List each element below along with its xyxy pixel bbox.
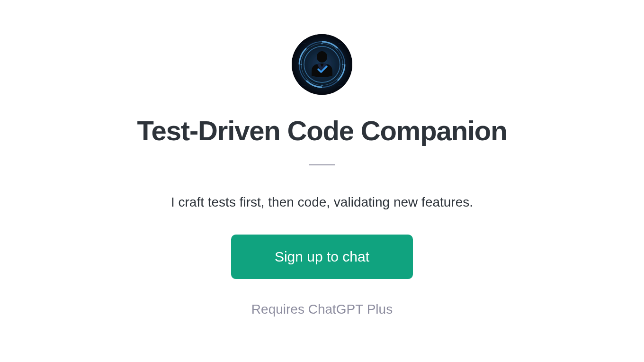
svg-point-12 [317,51,327,63]
signup-button[interactable]: Sign up to chat [231,235,413,279]
page-title: Test-Driven Code Companion [137,115,507,146]
title-divider [309,164,335,165]
avatar-icon [292,34,352,95]
svg-point-15 [322,85,323,86]
profile-description: I craft tests first, then code, validati… [171,195,473,210]
svg-point-16 [301,64,302,65]
requirement-text: Requires ChatGPT Plus [251,302,393,317]
profile-avatar [292,34,352,95]
svg-point-14 [342,64,344,65]
svg-point-13 [322,43,323,45]
